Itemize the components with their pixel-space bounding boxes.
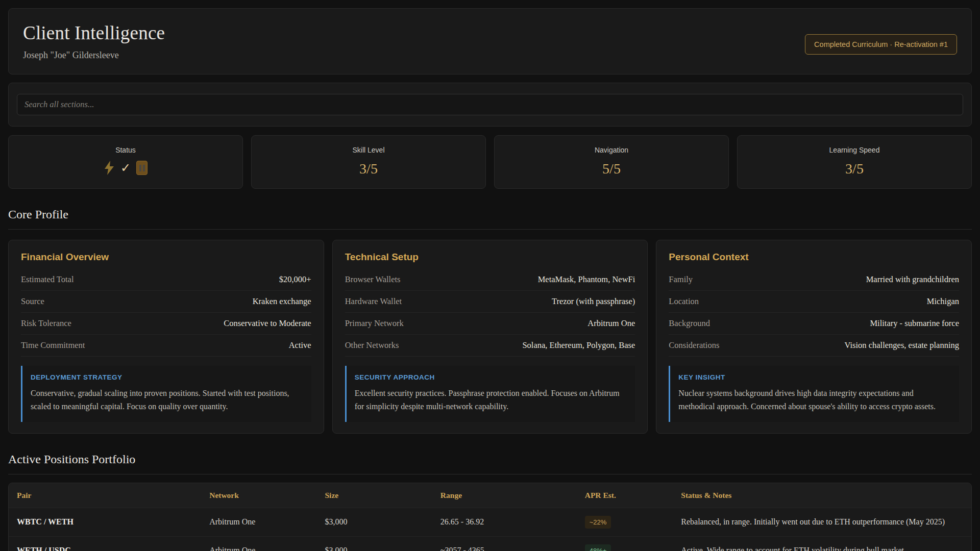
table-header-row: Pair Network Size Range APR Est. Status … [9,483,971,508]
apr-badge: 48%+ [585,544,611,551]
kv-value: Active [289,340,311,350]
kv-value: Arbitrum One [587,318,635,329]
stat-value: 3/5 [746,161,963,177]
kv-label: Time Commitment [21,340,85,350]
kv-row: Primary Network Arbitrum One [345,313,635,335]
table-row[interactable]: WBTC / WETH Arbitrum One $3,000 26.65 - … [9,508,971,536]
apr-badge: ~22% [585,516,611,529]
kv-row: Family Married with grandchildren [669,269,959,291]
kv-label: Risk Tolerance [21,318,71,329]
search-section [8,83,972,127]
kv-label: Other Networks [345,340,399,350]
kv-label: Considerations [669,340,719,350]
col-header-range: Range [432,483,577,508]
pause-icon [136,161,148,175]
kv-value: Vision challenges, estate planning [845,340,959,350]
client-name: Joseph "Joe" Gildersleeve [23,50,165,61]
positions-table: Pair Network Size Range APR Est. Status … [9,483,971,551]
notes-cell: Active. Wide range to account for ETH vo… [673,536,971,551]
size-cell: $3,000 [317,508,432,536]
callout-title: DEPLOYMENT STRATEGY [31,373,303,381]
callout-body: Conservative, gradual scaling into prove… [31,387,303,413]
kv-label: Family [669,274,693,285]
kv-row: Other Networks Solana, Ethereum, Polygon… [345,335,635,357]
kv-row: Estimated Total $20,000+ [21,269,311,291]
network-cell: Arbitrum One [201,536,316,551]
bolt-icon [104,161,115,175]
card-title: Technical Setup [345,252,635,263]
stats-row: Status ✓ Skill Level 3/5 Navigation 5/5 … [8,135,972,189]
status-badge: Completed Curriculum · Re-activation #1 [805,34,957,55]
callout-body: Excellent security practices. Passphrase… [355,387,627,413]
stat-label: Navigation [503,146,720,154]
deployment-strategy-callout: DEPLOYMENT STRATEGY Conservative, gradua… [21,366,311,422]
kv-row: Location Michigan [669,291,959,313]
kv-value: Conservative to Moderate [224,318,311,329]
kv-value: $20,000+ [279,274,311,285]
stat-card-navigation: Navigation 5/5 [494,135,729,189]
stat-label: Status [17,146,234,154]
col-header-apr: APR Est. [577,483,673,508]
technical-setup-card: Technical Setup Browser Wallets MetaMask… [332,240,648,434]
kv-row: Background Military - submarine force [669,313,959,335]
client-intelligence-page: Client Intelligence Joseph "Joe" Gilders… [0,0,980,551]
pair-cell: WBTC / WETH [9,508,201,536]
kv-row: Considerations Vision challenges, estate… [669,335,959,357]
kv-value: Married with grandchildren [866,274,959,285]
stat-card-status: Status ✓ [8,135,243,189]
col-header-size: Size [317,483,432,508]
stat-card-learning-speed: Learning Speed 3/5 [737,135,972,189]
pair-cell: WETH / USDC [9,536,201,551]
kv-label: Estimated Total [21,274,74,285]
portfolio-table-card: Pair Network Size Range APR Est. Status … [8,483,972,551]
kv-value: Military - submarine force [870,318,959,329]
apr-cell: ~22% [577,508,673,536]
kv-label: Location [669,296,699,307]
core-profile-grid: Financial Overview Estimated Total $20,0… [8,240,972,434]
kv-label: Hardware Wallet [345,296,402,307]
card-title: Financial Overview [21,252,311,263]
kv-row: Source Kraken exchange [21,291,311,313]
page-header: Client Intelligence Joseph "Joe" Gilders… [8,8,972,74]
callout-title: KEY INSIGHT [678,373,951,381]
callout-title: SECURITY APPROACH [355,373,627,381]
stat-value: 3/5 [260,161,477,177]
kv-label: Source [21,296,44,307]
size-cell: $3,000 [317,536,432,551]
kv-row: Hardware Wallet Trezor (with passphrase) [345,291,635,313]
stat-value: 5/5 [503,161,720,177]
core-profile-heading: Core Profile [8,208,972,230]
header-titles: Client Intelligence Joseph "Joe" Gilders… [23,22,165,61]
kv-label: Primary Network [345,318,404,329]
kv-value: MetaMask, Phantom, NewFi [538,274,635,285]
col-header-network: Network [201,483,316,508]
kv-value: Kraken exchange [253,296,311,307]
financial-overview-card: Financial Overview Estimated Total $20,0… [8,240,324,434]
range-cell: ~3057 - 4365 [432,536,577,551]
personal-context-card: Personal Context Family Married with gra… [656,240,972,434]
apr-cell: 48%+ [577,536,673,551]
col-header-notes: Status & Notes [673,483,971,508]
kv-row: Browser Wallets MetaMask, Phantom, NewFi [345,269,635,291]
page-title: Client Intelligence [23,22,165,44]
kv-value: Trezor (with passphrase) [552,296,635,307]
kv-value: Solana, Ethereum, Polygon, Base [522,340,635,350]
key-insight-callout: KEY INSIGHT Nuclear systems background d… [669,366,959,422]
status-icons: ✓ [17,160,234,176]
range-cell: 26.65 - 36.92 [432,508,577,536]
table-row[interactable]: WETH / USDC Arbitrum One $3,000 ~3057 - … [9,536,971,551]
stat-card-skill-level: Skill Level 3/5 [251,135,486,189]
security-approach-callout: SECURITY APPROACH Excellent security pra… [345,366,635,422]
kv-row: Time Commitment Active [21,335,311,357]
stat-label: Skill Level [260,146,477,154]
kv-row: Risk Tolerance Conservative to Moderate [21,313,311,335]
callout-body: Nuclear systems background drives high d… [678,387,951,413]
card-title: Personal Context [669,252,959,263]
notes-cell: Rebalanced, in range. Initially went out… [673,508,971,536]
portfolio-heading: Active Positions Portfolio [8,453,972,474]
stat-label: Learning Speed [746,146,963,154]
col-header-pair: Pair [9,483,201,508]
kv-value: Michigan [927,296,959,307]
search-input[interactable] [17,94,963,115]
kv-label: Browser Wallets [345,274,401,285]
